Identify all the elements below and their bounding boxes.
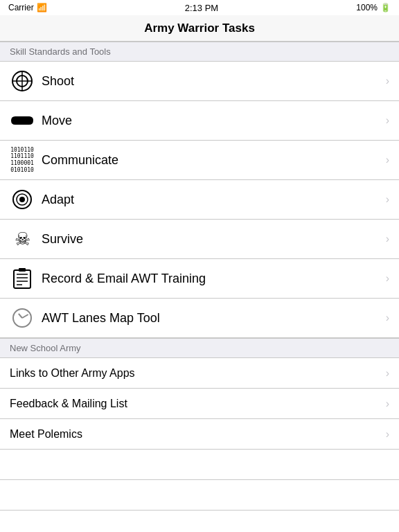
status-time: 2:13 PM: [185, 3, 218, 13]
list-item-shoot[interactable]: Shoot ›: [0, 62, 399, 101]
list-item-communicate[interactable]: 1010110110111011000010101010 Communicate…: [0, 141, 399, 180]
nav-bar: Army Warrior Tasks: [0, 15, 399, 42]
move-icon: [10, 108, 35, 133]
communicate-icon: 1010110110111011000010101010: [10, 148, 35, 172]
polemics-chevron: ›: [386, 428, 389, 441]
wifi-icon: 📶: [37, 3, 47, 12]
awt-lanes-label: AWT Lanes Map Tool: [42, 311, 160, 326]
feedback-label: Feedback & Mailing List: [10, 398, 127, 410]
battery-icon: 🔋: [380, 3, 391, 12]
polemics-label: Meet Polemics: [10, 428, 82, 441]
shoot-chevron: ›: [386, 75, 389, 87]
record-icon: [10, 266, 35, 291]
svg-point-5: [19, 197, 25, 202]
empty-row-2: [0, 480, 399, 511]
status-bar: Carrier 📶 2:13 PM 100% 🔋: [0, 0, 399, 15]
feedback-chevron: ›: [386, 398, 389, 410]
adapt-chevron: ›: [386, 193, 389, 206]
section-header-new-school-army: New School Army: [0, 338, 399, 358]
record-chevron: ›: [386, 272, 389, 285]
svg-rect-12: [19, 268, 26, 272]
empty-row-1: [0, 450, 399, 480]
section-header-skill-standards: Skill Standards and Tools: [0, 42, 399, 62]
move-chevron: ›: [386, 114, 389, 127]
awt-lanes-icon: [10, 305, 35, 330]
shoot-label: Shoot: [42, 74, 74, 89]
list-item-move[interactable]: Move ›: [0, 101, 399, 141]
battery-label: 100%: [356, 3, 378, 12]
record-label: Record & Email AWT Training: [42, 272, 206, 286]
nav-title: Army Warrior Tasks: [144, 21, 255, 35]
adapt-icon: [10, 187, 35, 212]
empty-row-3: [0, 511, 399, 532]
survive-label: Survive: [42, 232, 83, 247]
list-item-links[interactable]: Links to Other Army Apps ›: [0, 358, 399, 389]
carrier-label: Carrier: [8, 3, 34, 12]
links-chevron: ›: [386, 367, 389, 380]
status-left: Carrier 📶: [8, 3, 47, 12]
adapt-label: Adapt: [42, 193, 74, 207]
awt-lanes-chevron: ›: [386, 312, 389, 324]
list-item-polemics[interactable]: Meet Polemics ›: [0, 419, 399, 450]
survive-chevron: ›: [386, 233, 389, 245]
links-label: Links to Other Army Apps: [10, 367, 135, 380]
move-label: Move: [42, 114, 72, 128]
list-item-record[interactable]: Record & Email AWT Training ›: [0, 259, 399, 299]
survive-icon: ☠: [10, 227, 35, 251]
list-item-feedback[interactable]: Feedback & Mailing List ›: [0, 389, 399, 419]
svg-rect-7: [14, 270, 30, 288]
communicate-label: Communicate: [42, 153, 118, 168]
shoot-icon: [10, 69, 35, 94]
list-item-adapt[interactable]: Adapt ›: [0, 180, 399, 220]
communicate-chevron: ›: [386, 154, 389, 166]
list-item-awt-lanes[interactable]: AWT Lanes Map Tool ›: [0, 299, 399, 338]
list-item-survive[interactable]: ☠ Survive ›: [0, 220, 399, 259]
status-right: 100% 🔋: [356, 3, 391, 12]
